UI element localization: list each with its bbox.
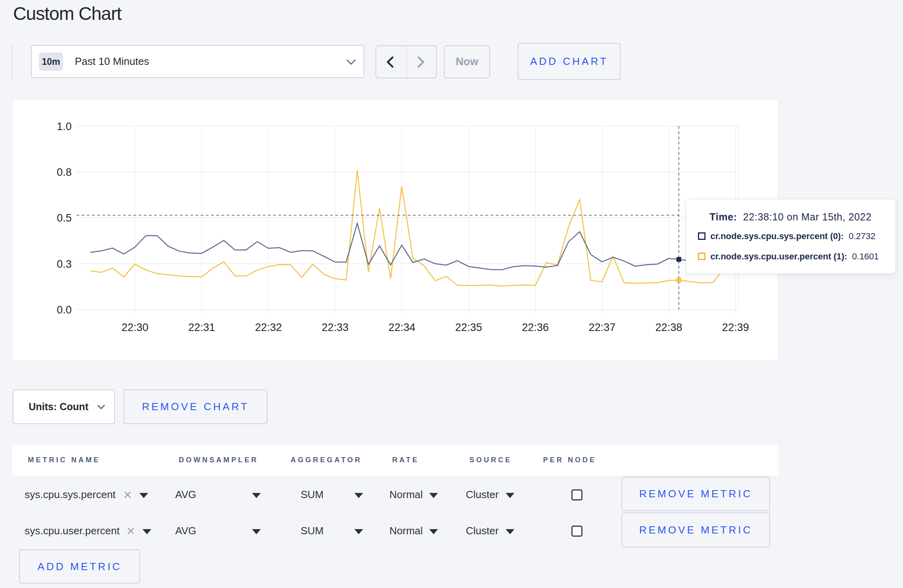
svg-text:22:36: 22:36 [522,321,549,333]
svg-text:1.0: 1.0 [57,121,72,132]
svg-text:0.5: 0.5 [57,212,72,224]
svg-text:22:39: 22:39 [722,321,749,333]
svg-text:22:31: 22:31 [188,321,215,333]
svg-text:22:38: 22:38 [655,321,682,333]
svg-text:22:33: 22:33 [322,321,349,333]
svg-text:22:32: 22:32 [255,321,282,333]
svg-text:0.8: 0.8 [57,166,72,178]
svg-text:22:37: 22:37 [588,321,616,333]
svg-text:22:30: 22:30 [121,321,149,333]
svg-text:22:34: 22:34 [389,321,416,333]
svg-text:0.0: 0.0 [57,304,72,316]
svg-text:0.3: 0.3 [57,258,72,270]
svg-text:22:35: 22:35 [455,321,482,333]
